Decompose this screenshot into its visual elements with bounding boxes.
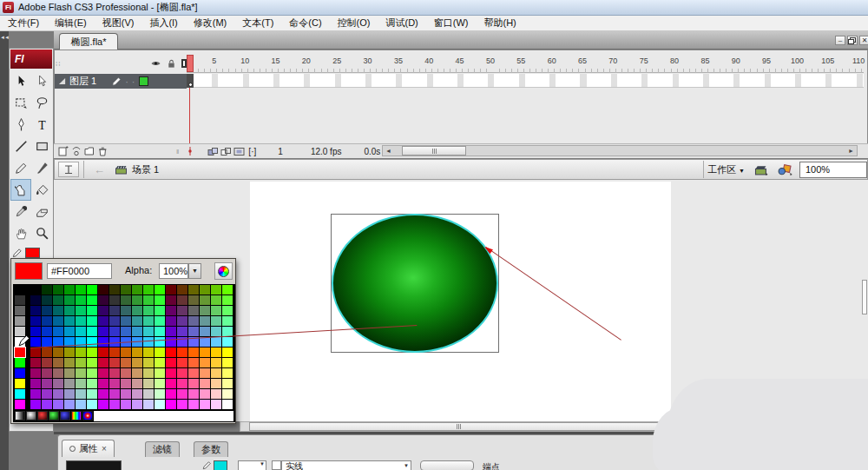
palette-cell[interactable] <box>222 337 233 347</box>
tab-close-icon[interactable]: × <box>102 444 107 453</box>
palette-cell[interactable] <box>53 358 63 367</box>
onion-skin-button[interactable] <box>207 145 220 157</box>
palette-cell[interactable] <box>155 337 165 347</box>
palette-cell[interactable] <box>53 285 63 295</box>
layer-lock-dot[interactable]: · <box>132 76 135 87</box>
gradient-swatch-rainbow-linear[interactable] <box>71 411 82 420</box>
stroke-style-dropdown[interactable]: 实线▼ <box>281 460 411 470</box>
palette-cell[interactable] <box>109 389 120 399</box>
palette-cell[interactable] <box>15 316 25 326</box>
palette-cell[interactable] <box>87 327 97 336</box>
palette-cell[interactable] <box>15 379 25 388</box>
menu-item[interactable]: 调试(D) <box>378 16 426 30</box>
palette-cell[interactable] <box>42 358 52 367</box>
palette-cell[interactable] <box>166 379 176 388</box>
palette-cell[interactable] <box>200 400 210 409</box>
menu-item[interactable]: 窗口(W) <box>426 16 477 30</box>
palette-cell[interactable] <box>188 389 199 399</box>
alpha-dropdown-button[interactable]: ▼ <box>188 263 201 279</box>
palette-cell[interactable] <box>200 306 210 315</box>
collapse-arrows-icon[interactable]: ◄◄ <box>0 35 9 40</box>
palette-cell[interactable] <box>200 389 210 399</box>
palette-cell[interactable] <box>121 306 131 315</box>
timeline-scrollbar-thumb[interactable] <box>402 146 466 156</box>
palette-cell[interactable] <box>64 368 75 378</box>
palette-cell[interactable] <box>64 389 75 399</box>
frames-row[interactable] <box>187 74 864 88</box>
palette-cell[interactable] <box>177 368 187 378</box>
palette-cell[interactable] <box>166 316 176 326</box>
line-tool[interactable] <box>10 136 31 157</box>
palette-cell[interactable] <box>188 368 199 378</box>
palette-cell[interactable] <box>64 358 75 367</box>
palette-cell[interactable] <box>98 379 108 388</box>
palette-cell[interactable] <box>15 358 25 367</box>
palette-cell[interactable] <box>15 389 25 399</box>
palette-cell[interactable] <box>177 306 187 315</box>
palette-cell[interactable] <box>87 400 97 409</box>
brush-tool[interactable] <box>31 157 52 179</box>
menu-item[interactable]: 编辑(E) <box>47 16 95 30</box>
palette-cell[interactable] <box>166 389 176 399</box>
palette-cell[interactable] <box>76 306 86 315</box>
palette-cell[interactable] <box>42 368 52 378</box>
palette-cell[interactable] <box>177 285 187 295</box>
palette-cell[interactable] <box>143 316 154 326</box>
palette-cell[interactable] <box>76 327 86 336</box>
palette-cell[interactable] <box>200 295 210 305</box>
palette-cell[interactable] <box>177 400 187 409</box>
palette-cell[interactable] <box>76 348 86 357</box>
palette-cell[interactable] <box>143 389 154 399</box>
palette-cell[interactable] <box>177 358 187 367</box>
palette-cell[interactable] <box>155 389 165 399</box>
palette-cell[interactable] <box>222 368 233 378</box>
layer-name[interactable]: 图层 1 <box>69 75 96 88</box>
tab-filters[interactable]: 滤镜 <box>145 441 180 457</box>
palette-cell[interactable] <box>222 358 233 367</box>
palette-cell[interactable] <box>64 400 75 409</box>
modify-markers-button[interactable]: [·] <box>246 145 259 157</box>
palette-cell[interactable] <box>166 400 176 409</box>
workspace-button[interactable]: 工作区 ▼ <box>707 163 745 176</box>
palette-cell[interactable] <box>200 327 210 336</box>
palette-cell[interactable] <box>155 285 165 295</box>
palette-cell[interactable] <box>222 400 233 409</box>
palette-cell[interactable] <box>132 327 142 336</box>
custom-stroke-button[interactable] <box>420 460 474 470</box>
panel-grip[interactable]: ⁞⁞ <box>56 60 61 68</box>
stage-v-scrollbar-thumb[interactable] <box>862 280 867 314</box>
palette-cell[interactable] <box>211 306 221 315</box>
scene-name[interactable]: 场景 1 <box>132 163 159 176</box>
palette-cell[interactable] <box>155 348 165 357</box>
palette-cell[interactable] <box>132 358 142 367</box>
palette-cell[interactable] <box>76 358 86 367</box>
palette-cell[interactable] <box>87 379 97 388</box>
palette-cell[interactable] <box>200 348 210 357</box>
show-hide-all-icon[interactable] <box>150 59 161 68</box>
lock-all-icon[interactable] <box>167 59 176 69</box>
scroll-right-arrow[interactable]: ► <box>848 146 854 156</box>
palette-cell[interactable] <box>200 358 210 367</box>
selection-tool[interactable] <box>10 70 31 92</box>
palette-cell[interactable] <box>98 327 108 336</box>
palette-cell[interactable] <box>132 400 142 409</box>
palette-cell[interactable] <box>222 295 233 305</box>
palette-cell[interactable] <box>188 358 199 367</box>
menu-item[interactable]: 帮助(H) <box>477 16 524 30</box>
palette-cell[interactable] <box>42 285 52 295</box>
stroke-color-swatch-properties[interactable] <box>214 460 227 470</box>
palette-cell[interactable] <box>132 316 142 326</box>
palette-cell[interactable] <box>121 348 131 357</box>
palette-cell[interactable] <box>64 348 75 357</box>
stroke-height-field[interactable]: ▼ <box>238 460 266 470</box>
palette-cell[interactable] <box>30 389 41 399</box>
minimize-button[interactable]: – <box>835 36 845 45</box>
palette-cell[interactable] <box>76 295 86 305</box>
palette-cell[interactable] <box>15 348 25 357</box>
palette-cell[interactable] <box>132 379 142 388</box>
scroll-left-arrow[interactable]: ◄ <box>385 146 391 156</box>
palette-cell[interactable] <box>211 368 221 378</box>
layer-outline-swatch[interactable] <box>139 76 148 86</box>
center-frame-button[interactable] <box>183 145 196 157</box>
back-arrow-icon[interactable]: ← <box>94 163 105 176</box>
